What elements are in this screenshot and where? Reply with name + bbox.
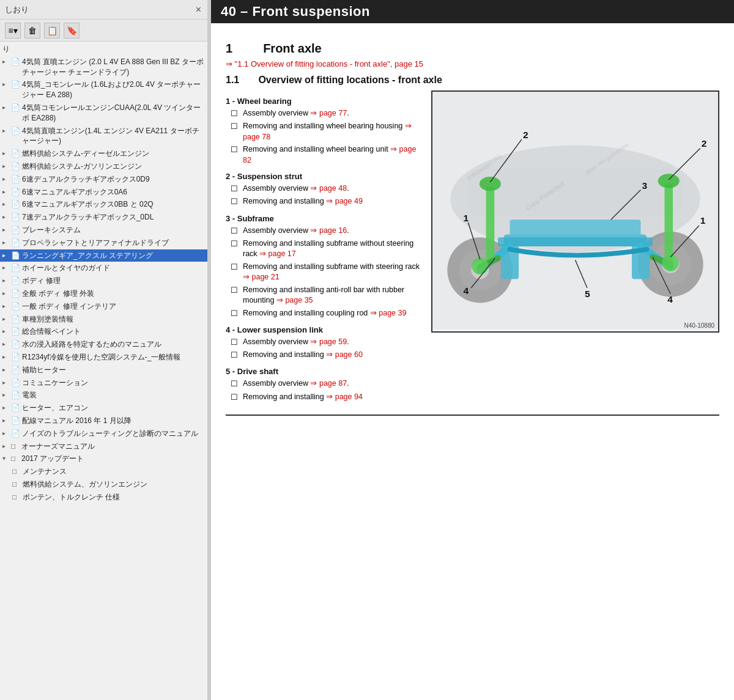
sidebar-item-item-29[interactable]: ▾□2017 アップデート [0, 452, 207, 465]
sidebar-item-item-23[interactable]: ▸📄コミュニケーション [0, 377, 207, 389]
item-page-link[interactable]: ⇒ page 39 [370, 309, 407, 317]
checklist: Assembly overview ⇒ page 77.Removing and… [231, 108, 421, 166]
item-description: Removing and installing ⇒ page 49 [243, 196, 363, 207]
sidebar-item-item-9[interactable]: ▸📄6速マニュアルギアボックス0BB と 02Q [0, 198, 207, 211]
sidebar-item-item-17[interactable]: ▸📄一般 ボディ 修理 インテリア [0, 300, 207, 313]
sidebar-item-item-15[interactable]: ▸📄ボディ 修理 [0, 274, 207, 287]
section11-heading: 1.1 Overview of fitting locations - fron… [226, 75, 719, 86]
item-page-link[interactable]: ⇒ page 59 [310, 337, 347, 346]
sidebar-item-item-28[interactable]: ▸□オーナーズマニュアル [0, 440, 207, 453]
diagram-caption: N40-10880 [684, 322, 714, 329]
item-text: 4気筒_コモンレール (1.6Lおよび2.0L 4V ターボチャージャー EA … [22, 79, 205, 100]
page-header-bar: 40 – Front suspension [211, 0, 734, 23]
svg-rect-18 [664, 184, 673, 261]
arrow-icon: ▸ [2, 80, 10, 89]
arrow-icon: ▸ [2, 442, 10, 451]
item-icon: 📄 [11, 301, 20, 312]
sidebar-item-item-19[interactable]: ▸📄総合情報ペイント [0, 325, 207, 338]
section1-heading: 1 Front axle [226, 42, 719, 56]
item-page-link[interactable]: ⇒ page 87 [310, 379, 347, 388]
sidebar-item-item-13[interactable]: ▸📄ランニングギア_アクスル ステアリング [0, 249, 207, 262]
sidebar-item-item-16[interactable]: ▸📄全般 ボディ 修理 外装 [0, 287, 207, 300]
diagram-container: 2 2 1 3 1 4 [431, 90, 719, 333]
sidebar: しおり × ≡▾ 🗑 📋 🔖 り▸📄4気筒 直噴エンジン (2.0 L 4V E… [0, 0, 208, 700]
item-page-link[interactable]: ⇒ page 82 [243, 145, 416, 164]
item-page-link[interactable]: ⇒ page 94 [326, 392, 363, 401]
list-item: Removing and installing wheel bearing ho… [231, 121, 421, 142]
item-icon: 📄 [11, 103, 20, 113]
section1-link[interactable]: ⇒ "1.1 Overview of fitting locations - f… [226, 59, 423, 68]
section1-number: 1 [226, 42, 232, 55]
item-icon: 📄 [11, 390, 20, 400]
sidebar-item-item-24[interactable]: ▸📄電装 [0, 389, 207, 402]
item-text: コミュニケーション [22, 378, 205, 388]
item-page-link[interactable]: ⇒ page 17 [259, 249, 296, 258]
sidebar-item-item-22[interactable]: ▸📄補助ヒーター [0, 364, 207, 377]
item-icon: 📄 [11, 314, 20, 325]
sidebar-item-item-31[interactable]: □燃料供給システム、ガソリンエンジン [0, 478, 207, 491]
sidebar-item-item-6[interactable]: ▸📄燃料供給システム-ガソリンエンジン [0, 160, 207, 173]
item-page-link[interactable]: ⇒ page 48 [310, 184, 347, 193]
item-page-link[interactable]: ⇒ page 78 [243, 122, 412, 141]
arrow-icon: ▸ [2, 226, 10, 234]
arrow-icon: ▸ [2, 127, 10, 135]
item-description: Assembly overview ⇒ page 77. [243, 108, 349, 119]
svg-point-22 [472, 257, 488, 274]
sidebar-item-item-20[interactable]: ▸📄水の浸入経路を特定するためのマニュアル [0, 338, 207, 351]
item-icon: 📄 [11, 149, 20, 159]
svg-rect-10 [510, 219, 640, 237]
svg-text:1: 1 [464, 213, 469, 223]
item-text: 一般 ボディ 修理 インテリア [22, 301, 205, 312]
sidebar-item-item-5[interactable]: ▸📄燃料供給システム-ディーゼルエンジン [0, 147, 207, 160]
item-page-link[interactable]: ⇒ page 35 [276, 296, 313, 304]
sidebar-item-item-1[interactable]: ▸📄4気筒 直噴エンジン (2.0 L 4V EA 888 Gen III BZ… [0, 56, 207, 79]
item-icon: 📄 [11, 339, 20, 350]
sidebar-item-item-14[interactable]: ▸📄ホイールとタイヤのガイド [0, 262, 207, 274]
toolbar-btn-delete[interactable]: 🗑 [24, 23, 40, 39]
item-icon: □ [12, 492, 21, 503]
toolbar-btn-copy[interactable]: 📋 [44, 23, 60, 39]
sidebar-item-item-21[interactable]: ▸📄R1234yf冷媒を使用した空調システム-_一般情報 [0, 351, 207, 364]
checklist: Assembly overview ⇒ page 87.Removing and… [231, 378, 421, 402]
sidebar-item-item-18[interactable]: ▸📄車種別塗装情報 [0, 313, 207, 326]
item-text: オーナーズマニュアル [21, 441, 205, 452]
item-icon: 📄 [11, 251, 20, 261]
toolbar-btn-list[interactable]: ≡▾ [5, 23, 21, 39]
main-inner: 1 Front axle ⇒ "1.1 Overview of fitting … [211, 23, 734, 426]
sidebar-item-item-25[interactable]: ▸📄ヒーター、エアコン [0, 402, 207, 414]
sidebar-item-item-7[interactable]: ▸📄6速デュアルクラッチギアボックス0D9 [0, 173, 207, 186]
sidebar-item-item-26[interactable]: ▸📄配線マニュアル 2016 年 1 月以降 [0, 414, 207, 427]
sidebar-item-item-scroll[interactable]: り [0, 43, 207, 56]
sidebar-close-button[interactable]: × [195, 4, 202, 15]
item-text: メンテナンス [23, 466, 205, 477]
item-icon: 📄 [11, 326, 20, 337]
sidebar-item-item-2[interactable]: ▸📄4気筒_コモンレール (1.6Lおよび2.0L 4V ターボチャージャー E… [0, 78, 207, 101]
sidebar-item-item-27[interactable]: ▸📄ノイズのトラブルシューティングと診断のマニュアル [0, 427, 207, 440]
sidebar-item-item-11[interactable]: ▸📄ブレーキシステム [0, 224, 207, 237]
arrow-icon: ▸ [2, 213, 10, 221]
svg-point-19 [658, 174, 680, 188]
content-left: 1 - Wheel bearingAssembly overview ⇒ pag… [226, 90, 421, 405]
sidebar-item-item-12[interactable]: ▸📄プロペラシャフトとリアファイナルドライブ [0, 237, 207, 249]
sidebar-item-item-3[interactable]: ▸📄4気筒コモンレールエンジンCUAA(2.0L 4V ツインターボ EA288… [0, 101, 207, 125]
arrow-icon: ▸ [2, 57, 10, 66]
item-text: 車種別塗装情報 [22, 314, 205, 325]
sidebar-item-item-30[interactable]: □メンテナンス [0, 465, 207, 478]
item-page-link[interactable]: ⇒ page 16 [310, 226, 347, 235]
sidebar-item-item-4[interactable]: ▸📄4気筒直噴エンジン(1.4L エンジン 4V EA211 ターボチャージャー… [0, 125, 207, 148]
item-description: Assembly overview ⇒ page 59. [243, 337, 349, 348]
item-page-link[interactable]: ⇒ page 77 [310, 109, 347, 117]
arrow-icon: ▸ [2, 378, 10, 387]
item-page-link[interactable]: ⇒ page 49 [326, 197, 363, 205]
item-page-link[interactable]: ⇒ page 21 [243, 273, 280, 281]
toolbar-btn-bookmark[interactable]: 🔖 [64, 23, 80, 39]
arrow-icon: ▸ [2, 200, 10, 208]
item-page-link[interactable]: ⇒ page 60 [326, 350, 363, 359]
svg-text:3: 3 [642, 180, 647, 191]
sidebar-item-item-8[interactable]: ▸📄6速マニュアルギアボックス0A6 [0, 186, 207, 199]
sidebar-item-item-10[interactable]: ▸📄7速デュアルクラッチギアボックス_0DL [0, 211, 207, 224]
item-text: 4気筒 直噴エンジン (2.0 L 4V EA 888 Gen III BZ タ… [22, 57, 205, 78]
sidebar-item-item-32[interactable]: □ポンテン、トルクレンチ 仕様 [0, 491, 207, 504]
arrow-icon: ▸ [2, 263, 10, 272]
checklist: Assembly overview ⇒ page 59.Removing and… [231, 337, 421, 361]
